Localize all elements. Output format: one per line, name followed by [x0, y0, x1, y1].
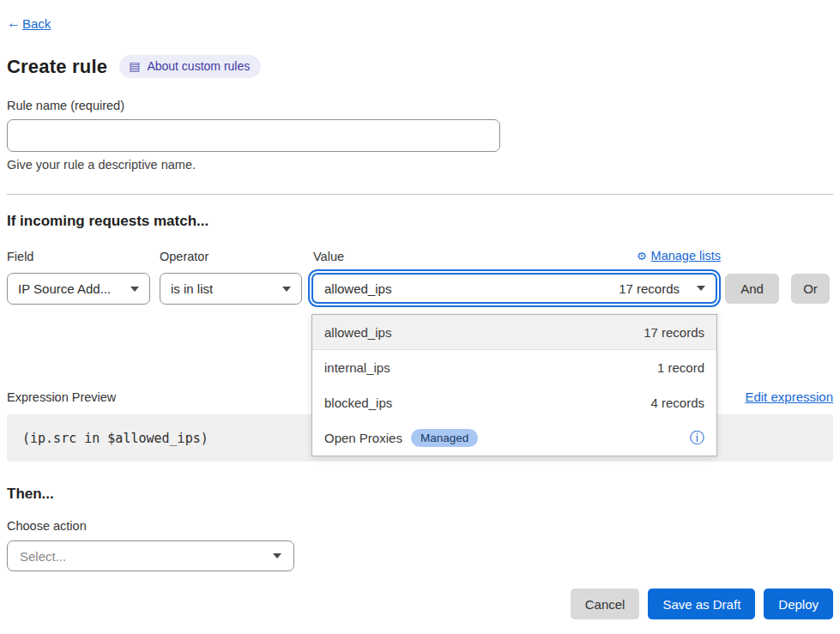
book-icon: ▤: [129, 59, 140, 73]
save-as-draft-button[interactable]: Save as Draft: [648, 589, 755, 619]
about-badge-label: About custom rules: [147, 59, 250, 73]
list-record-count: 4 records: [650, 395, 704, 410]
back-row: ← Back: [7, 15, 833, 31]
operator-label: Operator: [160, 250, 208, 263]
value-dropdown-panel: allowed_ips 17 records internal_ips 1 re…: [311, 314, 717, 456]
field-select[interactable]: IP Source Add...: [7, 273, 150, 305]
back-link[interactable]: ← Back: [7, 15, 51, 31]
title-row: Create rule ▤ About custom rules: [7, 55, 833, 78]
chevron-down-icon: [273, 553, 281, 559]
page-title: Create rule: [7, 56, 107, 78]
dropdown-item-allowed-ips[interactable]: allowed_ips 17 records: [312, 315, 716, 350]
back-arrow-icon: ←: [7, 15, 21, 31]
dropdown-item-internal-ips[interactable]: internal_ips 1 record: [312, 350, 716, 385]
list-name: Open Proxies: [324, 431, 402, 445]
list-record-count: 17 records: [644, 325, 704, 340]
rule-name-input[interactable]: [7, 119, 500, 152]
or-button[interactable]: Or: [791, 274, 830, 304]
about-custom-rules-badge[interactable]: ▤ About custom rules: [119, 55, 261, 78]
chevron-down-icon: [697, 286, 705, 291]
value-select[interactable]: allowed_ips 17 records: [311, 273, 717, 304]
list-name: blocked_ips: [324, 395, 392, 410]
action-select[interactable]: Select...: [7, 540, 294, 571]
value-select-records: 17 records: [619, 281, 680, 296]
create-rule-page: ← Back Create rule ▤ About custom rules …: [0, 0, 840, 619]
list-record-count: 1 record: [657, 360, 704, 375]
expression-preview-label: Expression Preview: [7, 390, 116, 404]
info-icon[interactable]: ⓘ: [690, 431, 704, 445]
action-select-placeholder: Select...: [20, 549, 66, 564]
operator-select-value: is in list: [171, 281, 213, 296]
managed-badge: Managed: [411, 429, 478, 447]
cancel-button[interactable]: Cancel: [571, 589, 640, 619]
edit-expression-link[interactable]: Edit expression: [745, 389, 833, 404]
then-section-heading: Then...: [7, 486, 833, 503]
rule-name-helper: Give your rule a descriptive name.: [7, 158, 833, 172]
gear-icon: ⚙: [637, 250, 647, 263]
dropdown-item-blocked-ips[interactable]: blocked_ips 4 records: [312, 385, 716, 420]
section-divider: [7, 194, 833, 195]
expression-code: (ip.src in $allowed_ips): [22, 431, 208, 446]
chevron-down-icon: [130, 287, 139, 292]
list-name: allowed_ips: [324, 325, 391, 340]
field-label: Field: [7, 250, 33, 263]
dropdown-item-open-proxies[interactable]: Open Proxies Managed ⓘ: [312, 420, 716, 456]
field-select-value: IP Source Add...: [18, 281, 111, 296]
match-section-heading: If incoming requests match...: [7, 213, 833, 230]
value-select-value: allowed_ips: [324, 281, 391, 296]
deploy-button[interactable]: Deploy: [764, 589, 833, 619]
manage-lists-label: Manage lists: [651, 249, 721, 263]
manage-lists-link[interactable]: ⚙ Manage lists: [637, 249, 721, 263]
value-label: Value: [313, 250, 344, 263]
operator-select[interactable]: is in list: [160, 273, 302, 305]
chevron-down-icon: [282, 287, 291, 292]
choose-action-label: Choose action: [7, 519, 833, 533]
list-name: internal_ips: [324, 360, 390, 375]
rule-name-label: Rule name (required): [7, 99, 833, 112]
match-controls: Field Operator Value ⚙ Manage lists IP S…: [7, 250, 833, 305]
and-button[interactable]: And: [725, 274, 779, 304]
footer-actions: Cancel Save as Draft Deploy: [7, 589, 833, 619]
back-link-label: Back: [22, 16, 51, 31]
